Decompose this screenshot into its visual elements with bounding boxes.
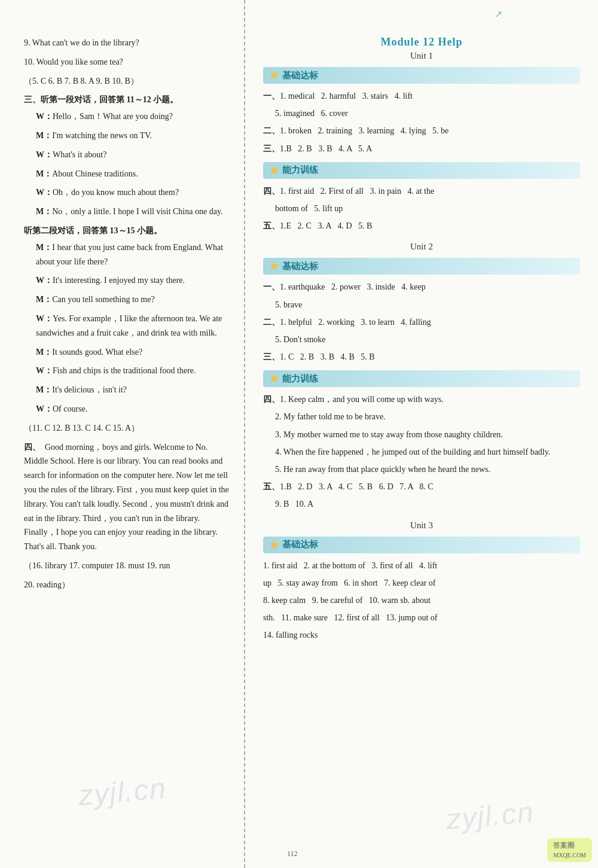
star-icon-2: ★ — [269, 164, 279, 177]
line-10: 10. Would you like some tea? — [24, 55, 232, 69]
dialog-w4: W：It's interesting. I enjoyed my stay th… — [36, 273, 232, 288]
unit1-nenglixunlian-banner: ★ 能力训练 — [263, 162, 580, 179]
unit2-row5b: 9. B 10. A — [275, 497, 580, 511]
module-title: Module 12 Help — [263, 36, 580, 48]
dialog-m7: M：It's delicious，isn't it? — [36, 383, 232, 397]
dialog-m3: M：No，only a little. I hope I will visit … — [36, 205, 232, 219]
unit2-row1: 一、1. earthquake 2. power 3. inside 4. ke… — [263, 279, 580, 294]
dialog-m2: M：About Chinese traditions. — [36, 167, 232, 181]
top-mark: ↗ — [495, 8, 502, 20]
unit2-row4: 四、1. Keep calm，and you will come up with… — [263, 392, 580, 407]
unit3-row1e: 14. falling rocks — [263, 628, 580, 642]
dialog-w6: W：Fish and chips is the traditional food… — [36, 364, 232, 378]
section-3: 三、听第一段对话，回答第 11～12 小题。 — [24, 93, 232, 107]
unit1-title: Unit 1 — [263, 51, 580, 61]
star-icon-3: ★ — [269, 260, 279, 273]
dialog-m1: M：I'm watching the news on TV. — [36, 129, 232, 143]
unit1-jichudabiao-banner: ★ 基础达标 — [263, 67, 580, 84]
unit2-sentence3: 3. My mother warned me to stay away from… — [275, 427, 580, 442]
unit3-row1d: sth. 11. make sure 12. first of all 13. … — [263, 610, 580, 625]
unit2-row3: 三、1. C 2. B 3. B 4. B 5. B — [263, 349, 580, 364]
line-9: 9. What can't we do in the library? — [24, 36, 232, 50]
page-number: 112 — [287, 849, 298, 858]
unit1-row1: 一、1. medical 2. harmful 3. stairs 4. lif… — [263, 89, 580, 103]
unit3-row1c: 8. keep calm 9. be careful of 10. warn s… — [263, 593, 580, 608]
answers-11-15: （11. C 12. B 13. C 14. C 15. A） — [24, 421, 232, 435]
left-column: 9. What can't we do in the library? 10. … — [0, 0, 245, 868]
unit2-title: Unit 2 — [263, 242, 580, 252]
unit3-title: Unit 3 — [263, 520, 580, 531]
unit2-row2b: 5. Don't smoke — [275, 332, 580, 347]
unit2-row2: 二、1. helpful 2. working 3. to learn 4. f… — [263, 315, 580, 330]
unit2-sentence2: 2. My father told me to be brave. — [275, 409, 580, 424]
unit3-row1: 1. first aid 2. at the bottom of 3. firs… — [263, 558, 580, 573]
unit2-nenglixunlian-banner: ★ 能力训练 — [263, 370, 580, 387]
dialog-w5: W：Yes. For example，I like the afternoon … — [36, 312, 232, 340]
unit2-row1b: 5. brave — [275, 297, 580, 312]
unit3-jichudabiao-banner: ★ 基础达标 — [263, 537, 580, 553]
star-icon-4: ★ — [269, 372, 279, 385]
unit2-sentence5: 5. He ran away from that place quickly w… — [275, 462, 580, 477]
section-13-15: 听第二段对话，回答第 13～15 小题。 — [24, 224, 232, 238]
unit1-row5: 五、1.E 2. C 3. A 4. D 5. B — [263, 218, 580, 233]
dialog-w2: W：What's it about? — [36, 148, 232, 162]
answers-20: 20. reading） — [24, 578, 232, 592]
star-icon-1: ★ — [269, 69, 279, 82]
unit1-row4: 四、1. first aid 2. First of all 3. in pai… — [263, 184, 580, 199]
dialog-m4: M：I hear that you just came back from En… — [36, 240, 232, 269]
unit2-sentence4: 4. When the fire happened，he jumped out … — [275, 444, 580, 459]
dialog-w1: W：Hello，Sam！What are you doing? — [36, 109, 232, 124]
dialog-m6: M：It sounds good. What else? — [36, 345, 232, 360]
unit2-row5: 五、1.B 2. D 3. A 4. C 5. B 6. D 7. A 8. C — [263, 479, 580, 494]
dialog-m5: M：Can you tell something to me? — [36, 293, 232, 307]
dialog-w3: W：Oh，do you know much about them? — [36, 185, 232, 200]
bottom-logo: 答案圈 MXQE.COM — [547, 838, 592, 862]
unit1-row2: 二、1. broken 2. training 3. learning 4. l… — [263, 123, 580, 138]
page: 9. What can't we do in the library? 10. … — [0, 0, 598, 868]
section-4-passage: 四、 Good morning，boys and girls. Welcome … — [24, 440, 232, 554]
unit3-row1b: up 5. stay away from 6. in short 7. keep… — [263, 575, 580, 590]
right-column: Module 12 Help Unit 1 ★ 基础达标 一、1. medica… — [245, 0, 598, 868]
answers-5-10: （5. C 6. B 7. B 8. A 9. B 10. B） — [24, 74, 232, 89]
answers-16-19: （16. library 17. computer 18. must 19. r… — [24, 559, 232, 573]
unit1-row3: 三、1.B 2. B 3. B 4. A 5. A — [263, 141, 580, 156]
star-icon-5: ★ — [269, 538, 279, 552]
dialog-w7: W：Of course. — [36, 402, 232, 416]
unit1-row4b: bottom of 5. lift up — [275, 201, 580, 216]
unit2-jichudabiao-banner: ★ 基础达标 — [263, 258, 580, 275]
unit1-row1b: 5. imagined 6. cover — [275, 106, 580, 121]
